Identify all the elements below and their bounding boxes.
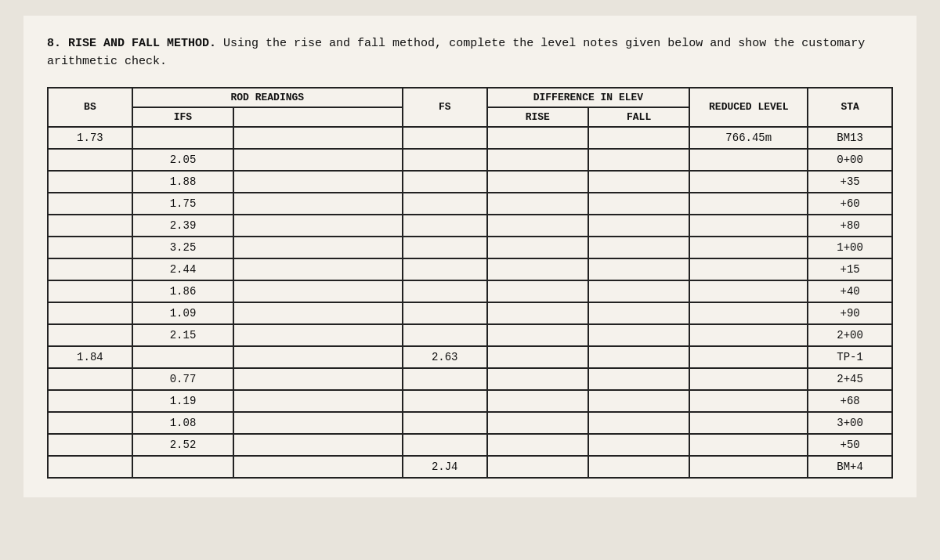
table-cell bbox=[588, 412, 689, 434]
table-cell bbox=[48, 368, 132, 390]
table-cell bbox=[48, 412, 132, 434]
table-cell bbox=[48, 193, 132, 215]
table-cell: 1.08 bbox=[132, 412, 233, 434]
table-cell bbox=[233, 237, 403, 258]
table-cell: TP-1 bbox=[808, 346, 892, 368]
table-cell bbox=[689, 149, 808, 171]
table-cell bbox=[588, 215, 689, 237]
table-cell: 2.J4 bbox=[403, 456, 487, 478]
table-cell bbox=[403, 324, 487, 346]
table-cell bbox=[48, 171, 132, 193]
table-cell bbox=[487, 193, 588, 215]
table-cell bbox=[233, 171, 403, 193]
table-cell: 1.09 bbox=[132, 302, 233, 324]
table-cell bbox=[487, 412, 588, 434]
table-cell bbox=[689, 302, 808, 324]
table-cell bbox=[48, 237, 132, 258]
table-row: 0.772+45 bbox=[48, 368, 892, 390]
table-cell: 3+00 bbox=[808, 412, 892, 434]
table-cell bbox=[233, 456, 403, 478]
table-cell bbox=[403, 302, 487, 324]
table-cell bbox=[588, 237, 689, 258]
table-cell bbox=[588, 149, 689, 171]
table-cell: 1.75 bbox=[132, 193, 233, 215]
header-diff-elev: DIFFERENCE IN ELEV bbox=[487, 88, 690, 107]
table-cell bbox=[487, 258, 588, 280]
table-cell: +40 bbox=[808, 280, 892, 302]
table-cell bbox=[689, 237, 808, 258]
table-cell bbox=[689, 280, 808, 302]
table-cell bbox=[233, 258, 403, 280]
table-cell: 1.86 bbox=[132, 280, 233, 302]
table-cell: 1.19 bbox=[132, 390, 233, 412]
table-cell bbox=[487, 368, 588, 390]
table-cell: +50 bbox=[808, 434, 892, 456]
table-cell bbox=[588, 434, 689, 456]
table-row: 1.09+90 bbox=[48, 302, 892, 324]
header-bs: BS bbox=[48, 88, 132, 127]
table-cell bbox=[689, 324, 808, 346]
table-cell: +15 bbox=[808, 258, 892, 280]
table-cell bbox=[487, 280, 588, 302]
table-cell bbox=[588, 193, 689, 215]
table-cell bbox=[403, 390, 487, 412]
table-cell bbox=[233, 346, 403, 368]
table-cell: 2.44 bbox=[132, 258, 233, 280]
table-row: 1.88+35 bbox=[48, 171, 892, 193]
table-cell bbox=[48, 456, 132, 478]
table-cell: BM13 bbox=[808, 127, 892, 149]
table-cell bbox=[403, 258, 487, 280]
table-cell bbox=[487, 324, 588, 346]
table-cell: +80 bbox=[808, 215, 892, 237]
header-sta: STA bbox=[808, 88, 892, 127]
table-cell bbox=[588, 324, 689, 346]
table-cell bbox=[487, 237, 588, 258]
table-cell bbox=[588, 171, 689, 193]
table-cell bbox=[487, 149, 588, 171]
table-row: 1.842.63TP-1 bbox=[48, 346, 892, 368]
table-cell: 1.88 bbox=[132, 171, 233, 193]
table-cell bbox=[233, 127, 403, 149]
table-cell bbox=[233, 412, 403, 434]
table-row: 1.75+60 bbox=[48, 193, 892, 215]
table-cell: 0.77 bbox=[132, 368, 233, 390]
table-cell bbox=[233, 280, 403, 302]
table-row: 1.083+00 bbox=[48, 412, 892, 434]
table-cell: 1.84 bbox=[48, 346, 132, 368]
table-cell bbox=[233, 149, 403, 171]
table-cell bbox=[487, 171, 588, 193]
table-cell: 1+00 bbox=[808, 237, 892, 258]
table-cell bbox=[403, 149, 487, 171]
table-cell: 1.73 bbox=[48, 127, 132, 149]
table-cell bbox=[487, 390, 588, 412]
table-row: 2.44+15 bbox=[48, 258, 892, 280]
page: 8. RISE AND FALL METHOD. Using the rise … bbox=[24, 16, 916, 497]
table-cell bbox=[48, 215, 132, 237]
table-cell: 3.25 bbox=[132, 237, 233, 258]
header-reduced-level: REDUCED LEVEL bbox=[689, 88, 808, 127]
table-cell bbox=[588, 368, 689, 390]
table-cell: 2+45 bbox=[808, 368, 892, 390]
table-cell bbox=[403, 215, 487, 237]
table-cell bbox=[588, 302, 689, 324]
table-cell bbox=[689, 258, 808, 280]
table-cell bbox=[689, 456, 808, 478]
table-cell bbox=[233, 368, 403, 390]
table-cell bbox=[588, 280, 689, 302]
survey-table: BS ROD READINGS FS DIFFERENCE IN ELEV RE… bbox=[47, 87, 893, 479]
table-cell: 2.52 bbox=[132, 434, 233, 456]
table-cell bbox=[588, 456, 689, 478]
table-body: 1.73766.45mBM132.050+001.88+351.75+602.3… bbox=[48, 127, 892, 478]
table-cell bbox=[689, 346, 808, 368]
table-cell: 2.15 bbox=[132, 324, 233, 346]
table-cell bbox=[233, 302, 403, 324]
table-cell bbox=[132, 346, 233, 368]
table-cell bbox=[403, 171, 487, 193]
table-cell bbox=[403, 434, 487, 456]
table-cell: +35 bbox=[808, 171, 892, 193]
table-cell: +60 bbox=[808, 193, 892, 215]
table-cell bbox=[132, 127, 233, 149]
table-cell: +90 bbox=[808, 302, 892, 324]
table-cell bbox=[48, 280, 132, 302]
table-cell bbox=[487, 215, 588, 237]
